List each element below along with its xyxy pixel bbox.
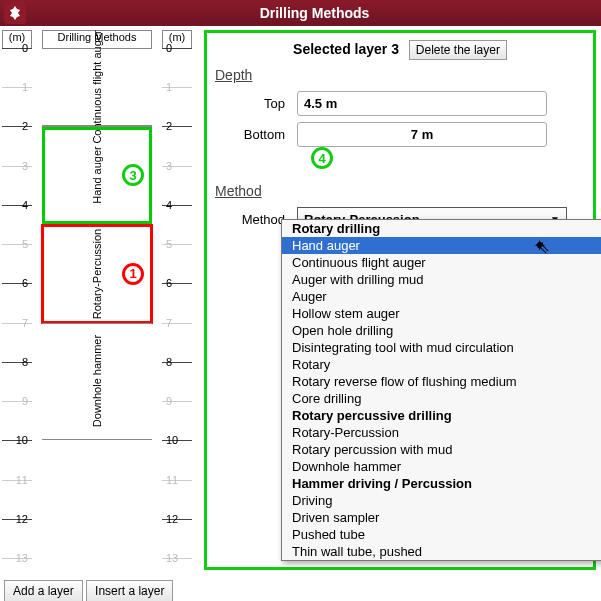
ruler-tick-label: 6	[166, 277, 172, 289]
ruler-tick-label: 1	[166, 81, 172, 93]
dropdown-item[interactable]: Open hole drilling	[282, 322, 601, 339]
layer-buttons-row: Add a layer Insert a layer	[4, 580, 173, 601]
top-input[interactable]	[297, 91, 547, 116]
selected-layer-index: 3	[391, 41, 399, 57]
ruler-tick-label: 5	[22, 238, 28, 250]
ruler-tick-label: 11	[16, 474, 28, 486]
dropdown-item[interactable]: Downhole hammer	[282, 458, 601, 475]
log-column: (m) Drilling Methods (m) 012345678910111…	[2, 30, 202, 560]
dropdown-item[interactable]: Hand auger	[282, 237, 601, 254]
dropdown-group: Hammer driving / Percussion	[282, 475, 601, 492]
ruler-tick-label: 9	[22, 395, 28, 407]
delete-layer-button[interactable]: Delete the layer	[409, 40, 507, 60]
ruler-tick-label: 0	[22, 42, 28, 54]
depth-ruler-left: 012345678910111213	[2, 48, 32, 558]
layer-segment[interactable]: Continuous flight auger	[42, 48, 152, 126]
method-label: Method	[215, 212, 285, 227]
dropdown-item[interactable]: Auger with drilling mud	[282, 271, 601, 288]
method-dropdown[interactable]: Rotary drillingHand augerContinuous flig…	[281, 219, 601, 561]
dropdown-item[interactable]: Core drilling	[282, 390, 601, 407]
ruler-tick-label: 8	[166, 356, 172, 368]
ruler-tick-label: 12	[16, 513, 28, 525]
layer-segment[interactable]: Downhole hammer	[42, 323, 152, 441]
ruler-tick-label: 3	[166, 160, 172, 172]
layer-segment[interactable]: Hand auger3	[42, 126, 152, 224]
dropdown-group: Rotary drilling	[282, 220, 601, 237]
bottom-label: Bottom	[215, 127, 285, 142]
layer-segment[interactable]: Rotary-Percussion1	[42, 225, 152, 323]
ruler-tick-label: 4	[22, 199, 28, 211]
dropdown-item[interactable]: Rotary percussion with mud	[282, 441, 601, 458]
layer-label: Rotary-Percussion	[91, 228, 103, 318]
ruler-tick-label: 10	[166, 434, 178, 446]
ruler-tick-label: 2	[22, 120, 28, 132]
annotation-badge-4: 4	[311, 147, 333, 169]
layer-label: Downhole hammer	[91, 335, 103, 427]
annotation-badge-1: 1	[122, 263, 144, 285]
add-layer-button[interactable]: Add a layer	[4, 580, 83, 601]
ruler-tick-label: 12	[166, 513, 178, 525]
depth-section-title: Depth	[215, 67, 585, 83]
titlebar: Drilling Methods	[0, 0, 601, 26]
depth-ruler-right: 012345678910111213	[162, 48, 192, 558]
window-title: Drilling Methods	[32, 5, 597, 21]
selected-layer-label: Selected layer	[293, 41, 387, 57]
top-label: Top	[215, 96, 285, 111]
ruler-tick-label: 9	[166, 395, 172, 407]
method-section-title: Method	[215, 183, 585, 199]
layers-track[interactable]: Continuous flight augerHand auger3Rotary…	[42, 48, 152, 558]
dropdown-group: Rotary percussive drilling	[282, 407, 601, 424]
dropdown-item[interactable]: Driven sampler	[282, 509, 601, 526]
dropdown-item[interactable]: Hollow stem auger	[282, 305, 601, 322]
ruler-tick-label: 11	[166, 474, 178, 486]
dropdown-item[interactable]: Rotary	[282, 356, 601, 373]
ruler-tick-label: 13	[166, 552, 178, 564]
dropdown-item[interactable]: Continuous flight auger	[282, 254, 601, 271]
selected-layer-header: Selected layer 3 Delete the layer	[215, 41, 585, 57]
ruler-tick-label: 0	[166, 42, 172, 54]
ruler-tick-label: 13	[16, 552, 28, 564]
annotation-badge-3: 3	[122, 164, 144, 186]
dropdown-item[interactable]: Thin wall tube, pushed	[282, 543, 601, 560]
ruler-tick-label: 5	[166, 238, 172, 250]
dropdown-item[interactable]: Rotary-Percussion	[282, 424, 601, 441]
dropdown-item[interactable]: Pushed tube	[282, 526, 601, 543]
ruler-tick-label: 1	[22, 81, 28, 93]
ruler-tick-label: 2	[166, 120, 172, 132]
insert-layer-button[interactable]: Insert a layer	[86, 580, 173, 601]
app-icon	[4, 2, 26, 24]
dropdown-item[interactable]: Driving	[282, 492, 601, 509]
layer-label: Hand auger	[91, 147, 103, 205]
bottom-input[interactable]	[297, 122, 547, 147]
ruler-tick-label: 4	[166, 199, 172, 211]
ruler-tick-label: 10	[16, 434, 28, 446]
ruler-tick-label: 3	[22, 160, 28, 172]
dropdown-item[interactable]: Disintegrating tool with mud circulation	[282, 339, 601, 356]
ruler-tick-label: 6	[22, 277, 28, 289]
ruler-tick-label: 7	[166, 317, 172, 329]
dropdown-item[interactable]: Rotary reverse flow of flushing medium	[282, 373, 601, 390]
dropdown-item[interactable]: Auger	[282, 288, 601, 305]
ruler-tick-label: 7	[22, 317, 28, 329]
properties-panel: Selected layer 3 Delete the layer Depth …	[204, 30, 596, 570]
ruler-tick-label: 8	[22, 356, 28, 368]
